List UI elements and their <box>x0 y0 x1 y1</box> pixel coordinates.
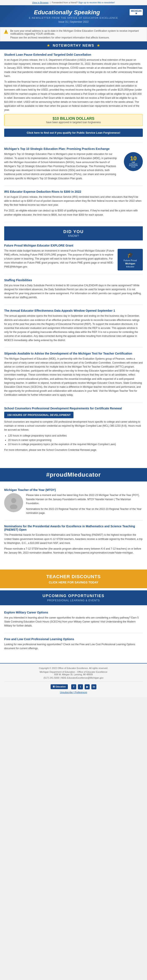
footer: Copyright © 2022 Office of Educator Exce… <box>0 663 147 697</box>
unsubscribe-link[interactable]: Unsubscribe | Preferences <box>4 691 143 694</box>
nominations-body2: Please nominate a 7-12 STEM teacher (the… <box>4 547 143 555</box>
free-learning-section: Free and Low Cost Professional Learning … <box>4 638 143 655</box>
free-learning-title: Free and Low Cost Professional Learning … <box>4 638 143 641</box>
noteworthy-title: NOTEWORTHY NEWS <box>53 44 94 47</box>
student-loan-title: Student Loan Pause Extended and Targeted… <box>4 53 143 56</box>
top10-layout: Michigan's Top 10 Strategic Education Pl… <box>4 152 143 182</box>
newsletter-subtitle: E-NEWSLETTER FROM THE OFFICE OF EDUCATOR… <box>4 17 143 19</box>
top10-badge-subtext: STRATEGICEDUCATIONPLAN <box>129 163 138 168</box>
fp-badge-title: Future Proud <box>120 259 140 262</box>
top10-badge-text: TOP <box>132 161 135 163</box>
svg-point-0 <box>11 498 16 503</box>
top-bar: View in Browser | Forwarded from a frien… <box>0 0 147 5</box>
hours-badge: 150 HOURS OF PROFESSIONAL DEVELOPMENT <box>4 412 74 418</box>
did-you-know-banner: DID YOU KNOW? <box>4 226 143 240</box>
school-counselors-footer: For more information, please see the Sch… <box>4 448 143 452</box>
teacher-discounts-banner[interactable]: TEACHER DISCOUNTS CLICK HERE FOR SAVINGS… <box>0 570 147 588</box>
future-proud-badge-col: 🎓 Future Proud Michigan Educator <box>118 249 143 271</box>
footer-address1: Michigan Department of Education - Offic… <box>4 671 143 673</box>
future-proud-section: Future Proud Michigan Educator EXPLORE G… <box>4 244 143 274</box>
school-counselors-list: 120 hours in college preparatory topics … <box>4 434 143 446</box>
staffing-title: Staffing Flexibilities <box>4 278 143 282</box>
mtoy-body2: Nominations for the 2022-23 Regional Tea… <box>26 507 143 515</box>
michigan-logo: MICHIGAN 🏛 <box>130 9 143 15</box>
mtoy-text: Please take a moment and read the latest… <box>26 493 143 517</box>
teacher-discounts-title: TEACHER DISCOUNTS <box>4 574 143 580</box>
notification-text: Be sure your email address is up-to-date… <box>10 29 144 35</box>
facebook-icon[interactable]: f <box>71 684 76 689</box>
warning-icon: ⚠️ <box>3 29 8 34</box>
footer-copyright: Copyright © 2022 Office of Educator Exce… <box>4 667 143 670</box>
list-item: 120 hours in college preparatory topics … <box>8 434 143 438</box>
teacher-discounts-subtitle: CLICK HERE FOR SAVINGS TODAY <box>4 581 143 584</box>
mtoy-body1: Please take a moment and read the latest… <box>26 493 143 506</box>
military-title: Explore Military Career Options <box>4 611 143 614</box>
footer-address2: 608 W. Allegan St. Lansing, MI 48909 <box>4 673 143 676</box>
student-loan-body2: To address the financial harms of the pa… <box>4 80 143 112</box>
mtoy-section: Michigan Teacher of the Year (MTOY) Plea… <box>4 488 143 520</box>
top10-body: Michigan's Top 10 Strategic Education Pl… <box>4 152 121 180</box>
dyk-subtitle: KNOW? <box>7 234 140 237</box>
main-content-3: Explore Military Career Options Are you … <box>0 608 147 663</box>
nominations-section: Nominations for the Presidential Awards … <box>4 525 143 560</box>
upcoming-banner: UPCOMING OPPORTUNITIES PROFESSIONAL LEAR… <box>0 590 147 605</box>
future-proud-layout: The recent state budget features an inve… <box>4 249 143 271</box>
education-label: Education <box>56 686 66 688</box>
military-section: Explore Military Career Options Are you … <box>4 611 143 633</box>
loan-amount: $10 BILLION DOLLARS <box>6 116 141 121</box>
irs-body1: In an August 10 press release, the Inter… <box>4 195 143 207</box>
star-icon-right: ★ <box>97 44 100 47</box>
future-proud-text: The recent state budget features an inve… <box>4 249 115 271</box>
school-counselors-section: School Counselors Professional Developme… <box>4 407 143 457</box>
social-icons: f t ▶ in <box>71 684 96 689</box>
email-wrapper: View in Browser | Forwarded from a frien… <box>0 0 147 697</box>
school-counselors-body: School counselors are required to comple… <box>4 420 143 432</box>
dyk-title: DID YOU <box>7 229 140 234</box>
mtoy-layout: Please take a moment and read the latest… <box>4 493 143 517</box>
footer-logos: 🏛 Education f t ▶ in <box>4 684 143 689</box>
irs-title: IRS Educator Expense Deduction Rises to … <box>4 190 143 193</box>
footer-phone: (517) 241-5000 | MDE-EducatorExcellence@… <box>4 676 143 679</box>
student-loan-section: Student Loan Pause Extended and Targeted… <box>4 53 143 143</box>
view-browser-link[interactable]: View in Browser <box>32 1 49 4</box>
fp-badge-name: Michigan <box>120 262 140 265</box>
irs-section: IRS Educator Expense Deduction Rises to … <box>4 190 143 222</box>
noteworthy-banner: ★ NOTEWORTHY NEWS ★ <box>0 41 147 49</box>
school-counselors-title: School Counselors Professional Developme… <box>4 407 143 410</box>
proud-hashtag: #proudMIeducator <box>3 471 144 478</box>
sign-up-link[interactable]: Sign up to receive this e-newsletter! <box>78 1 115 4</box>
header-banner: MICHIGAN 🏛 Educationally Speaking E-NEWS… <box>0 5 147 27</box>
list-item: 10 hours in college preparatory topics (… <box>8 442 143 446</box>
staffing-body: Did you know that a Daily Substitute Per… <box>4 283 143 300</box>
svg-point-1 <box>10 504 17 509</box>
youtube-icon[interactable]: ▶ <box>85 684 90 689</box>
future-proud-title: Future Proud Michigan Educator EXPLORE G… <box>4 244 143 247</box>
irs-body2: For 2022, an eligible educator can deduc… <box>4 209 143 217</box>
list-item: 20 hours in career option programming <box>8 438 143 442</box>
loan-forgiveness-cta[interactable]: Click here to find out if you qualify fo… <box>4 129 143 137</box>
person-silhouette <box>7 496 20 509</box>
main-content: Student Loan Pause Extended and Targeted… <box>0 49 147 465</box>
educator-effectiveness-body: The annual appeals window opens the firs… <box>4 314 143 342</box>
archived-text: Please see the archived newsletters for … <box>10 36 144 39</box>
mtoy-photo <box>4 493 23 512</box>
top10-section: Michigan's Top 10 Strategic Education Pl… <box>4 147 143 186</box>
future-proud-body: The recent state budget features an inve… <box>4 249 115 269</box>
loan-amount-box: $10 BILLION DOLLARS have been approved i… <box>4 114 143 126</box>
top10-text: Michigan's Top 10 Strategic Education Pl… <box>4 152 121 182</box>
michigan-footer-logo: 🏛 Education <box>51 684 68 689</box>
free-learning-body: Looking for new professional learning op… <box>4 643 143 651</box>
upcoming-subtitle: PROFESSIONAL LEARNING & EVENTS <box>3 599 144 602</box>
mtoy-title: Michigan Teacher of the Year (MTOY) <box>4 488 143 492</box>
future-proud-badge: 🎓 Future Proud Michigan Educator <box>118 249 143 271</box>
nominations-body1: The Presidential Awards for Excellence i… <box>4 533 143 545</box>
stipends-section: Stipends Available to Advise the Develop… <box>4 352 143 402</box>
educator-effectiveness-title: The Annual Educator Effectiveness Data A… <box>4 309 143 312</box>
notification-bar: ⚠️ Be sure your email address is up-to-d… <box>0 27 147 41</box>
stipends-body: The Michigan Department of Education (MD… <box>4 357 143 397</box>
newsletter-title: Educationally Speaking <box>4 9 143 16</box>
main-content-2: Michigan Teacher of the Year (MTOY) Plea… <box>0 485 147 568</box>
twitter-icon[interactable]: t <box>78 684 83 689</box>
star-icon-left: ★ <box>47 44 50 47</box>
linkedin-icon[interactable]: in <box>91 684 96 689</box>
